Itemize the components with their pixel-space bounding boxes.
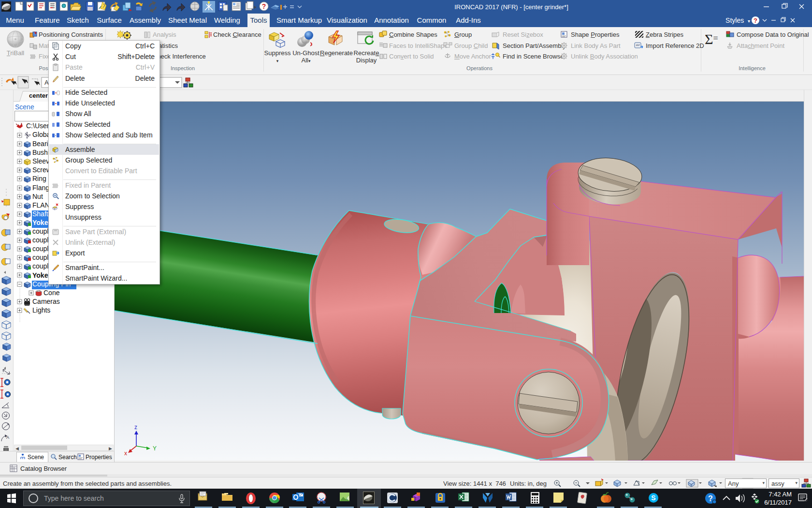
svg-text:4: 4 (347, 495, 349, 501)
svg-text:dxf: dxf (636, 44, 640, 46)
svg-text:Lights: Lights (32, 306, 50, 314)
svg-text:Nut: Nut (32, 193, 43, 200)
svg-text:Cone: Cone (44, 289, 60, 297)
svg-text:Yoke: Yoke (32, 271, 48, 279)
svg-text:Y: Y (153, 445, 157, 452)
svg-text:Shaft: Shaft (32, 210, 48, 218)
svg-text:z: z (134, 424, 137, 431)
svg-text:?: ? (754, 17, 757, 24)
svg-text:Yoke: Yoke (32, 219, 48, 226)
svg-text:Ring: Ring (32, 175, 46, 182)
svg-text:x: x (124, 450, 127, 457)
svg-text:S: S (651, 494, 655, 502)
svg-text:?: ? (708, 494, 713, 503)
svg-text:Cameras: Cameras (32, 298, 60, 305)
svg-text:A: A (6, 435, 9, 440)
svg-text:?: ? (262, 2, 266, 10)
